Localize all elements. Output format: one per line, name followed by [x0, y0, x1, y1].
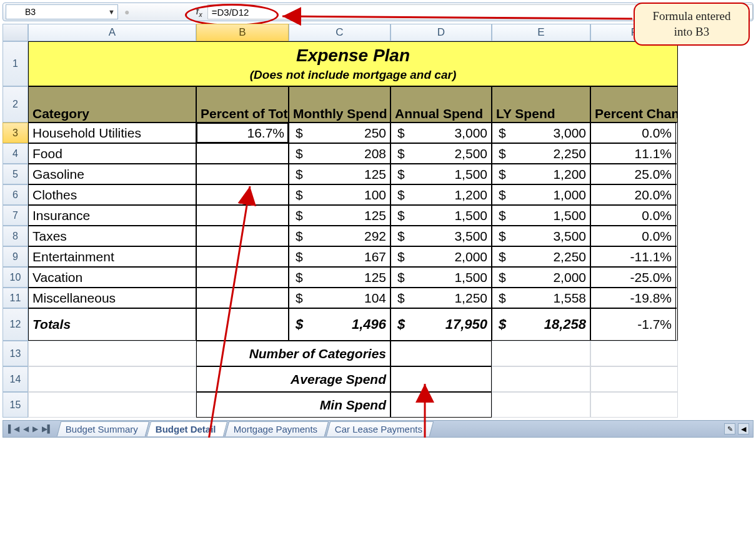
row-header-3[interactable]: 3 [2, 123, 28, 143]
cell-F9[interactable]: -11.1% [590, 246, 678, 267]
cell-A12[interactable]: Totals [28, 308, 196, 341]
tab-nav-first-icon[interactable]: ▌◀ [8, 424, 19, 433]
column-header-D[interactable]: D [390, 24, 492, 41]
cell-D13[interactable] [390, 341, 492, 366]
sheet-tab-car-lease-payments[interactable]: Car Lease Payments [326, 421, 434, 436]
cell-E14[interactable] [492, 366, 590, 392]
cell-B4[interactable] [196, 143, 289, 164]
cell-C10[interactable]: $125 [289, 267, 390, 288]
cell-C9[interactable]: $167 [289, 246, 390, 267]
summary-label-14[interactable]: Average Spend [196, 366, 390, 392]
row-header-12[interactable]: 12 [2, 308, 28, 341]
tab-nav-next-icon[interactable]: ▶ [32, 424, 38, 433]
cell-C11[interactable]: $104 [289, 288, 390, 308]
cell-F6[interactable]: 20.0% [590, 184, 678, 205]
row-header-10[interactable]: 10 [2, 267, 28, 288]
row-header-8[interactable]: 8 [2, 226, 28, 246]
column-header-C[interactable]: C [289, 24, 390, 41]
cell-F14[interactable] [590, 366, 678, 392]
title-cell[interactable]: Expense Plan(Does not include mortgage a… [28, 41, 678, 86]
cell-D6[interactable]: $1,200 [390, 184, 492, 205]
cell-B5[interactable] [196, 164, 289, 184]
cell-B11[interactable] [196, 288, 289, 308]
chevron-down-icon[interactable]: ▼ [108, 8, 115, 16]
cancel-icon[interactable]: ● [124, 7, 129, 17]
cell-C12[interactable]: $1,496 [289, 308, 390, 341]
column-header-A[interactable]: A [28, 24, 196, 41]
column-header-E[interactable]: E [492, 24, 590, 41]
cell-E6[interactable]: $1,000 [492, 184, 590, 205]
cell-C3[interactable]: $250 [289, 123, 390, 143]
row-header-9[interactable]: 9 [2, 246, 28, 267]
cell-D15[interactable] [390, 392, 492, 418]
cell-A11[interactable]: Miscellaneous [28, 288, 196, 308]
cell-E4[interactable]: $2,250 [492, 143, 590, 164]
tab-nav-prev-icon[interactable]: ◀ [23, 424, 29, 433]
header-C[interactable]: Monthly Spend [289, 86, 390, 123]
cell-F12[interactable]: -1.7% [590, 308, 678, 341]
cell-D9[interactable]: $2,000 [390, 246, 492, 267]
row-header-14[interactable]: 14 [2, 366, 28, 392]
cell-B8[interactable] [196, 226, 289, 246]
cell-F4[interactable]: 11.1% [590, 143, 678, 164]
header-A[interactable]: Category [28, 86, 196, 123]
cell-A7[interactable]: Insurance [28, 205, 196, 226]
row-header-1[interactable]: 1 [2, 41, 28, 86]
cell-F7[interactable]: 0.0% [590, 205, 678, 226]
scroll-left-icon[interactable]: ◀ [738, 423, 749, 434]
cell-D12[interactable]: $17,950 [390, 308, 492, 341]
cell-A3[interactable]: Household Utilities [28, 123, 196, 143]
column-header-B[interactable]: B [196, 24, 289, 41]
cell-C5[interactable]: $125 [289, 164, 390, 184]
cell-D4[interactable]: $2,500 [390, 143, 492, 164]
cell-D10[interactable]: $1,500 [390, 267, 492, 288]
cell-D5[interactable]: $1,500 [390, 164, 492, 184]
cell-F15[interactable] [590, 392, 678, 418]
cell-B12[interactable] [196, 308, 289, 341]
row-header-4[interactable]: 4 [2, 143, 28, 164]
sheet-tab-mortgage-payments[interactable]: Mortgage Payments [224, 421, 329, 436]
cell-A5[interactable]: Gasoline [28, 164, 196, 184]
cell-E12[interactable]: $18,258 [492, 308, 590, 341]
name-box[interactable]: B3 ▼ [6, 4, 118, 19]
cell-A14[interactable] [28, 366, 196, 392]
cell-A9[interactable]: Entertainment [28, 246, 196, 267]
sheet-tab-budget-detail[interactable]: Budget Detail [147, 421, 227, 436]
cell-E9[interactable]: $2,250 [492, 246, 590, 267]
cell-E5[interactable]: $1,200 [492, 164, 590, 184]
cell-F10[interactable]: -25.0% [590, 267, 678, 288]
tab-nav-last-icon[interactable]: ▶▌ [42, 424, 53, 433]
row-header-15[interactable]: 15 [2, 392, 28, 418]
cell-E7[interactable]: $1,500 [492, 205, 590, 226]
cell-E11[interactable]: $1,558 [492, 288, 590, 308]
cell-B7[interactable] [196, 205, 289, 226]
cell-F11[interactable]: -19.8% [590, 288, 678, 308]
cell-A8[interactable]: Taxes [28, 226, 196, 246]
cell-D3[interactable]: $3,000 [390, 123, 492, 143]
cell-E13[interactable] [492, 341, 590, 366]
header-E[interactable]: LY Spend [492, 86, 590, 123]
cell-F13[interactable] [590, 341, 678, 366]
summary-label-15[interactable]: Min Spend [196, 392, 390, 418]
cell-A15[interactable] [28, 392, 196, 418]
row-header-13[interactable]: 13 [2, 341, 28, 366]
cell-D8[interactable]: $3,500 [390, 226, 492, 246]
cell-F3[interactable]: 0.0% [590, 123, 678, 143]
cell-F8[interactable]: 0.0% [590, 226, 678, 246]
cell-E15[interactable] [492, 392, 590, 418]
summary-label-13[interactable]: Number of Categories [196, 341, 390, 366]
sheet-tab-budget-summary[interactable]: Budget Summary [57, 421, 149, 436]
cell-C4[interactable]: $208 [289, 143, 390, 164]
header-B[interactable]: Percent of Total [196, 86, 289, 123]
cell-E8[interactable]: $3,500 [492, 226, 590, 246]
select-all-corner[interactable] [2, 24, 28, 41]
cell-D7[interactable]: $1,500 [390, 205, 492, 226]
insert-sheet-icon[interactable]: ✎ [724, 423, 735, 434]
cell-C7[interactable]: $125 [289, 205, 390, 226]
cell-A10[interactable]: Vacation [28, 267, 196, 288]
row-header-11[interactable]: 11 [2, 288, 28, 308]
cell-B9[interactable] [196, 246, 289, 267]
row-header-6[interactable]: 6 [2, 184, 28, 205]
fx-icon[interactable]: fx [196, 6, 202, 18]
row-header-2[interactable]: 2 [2, 86, 28, 123]
